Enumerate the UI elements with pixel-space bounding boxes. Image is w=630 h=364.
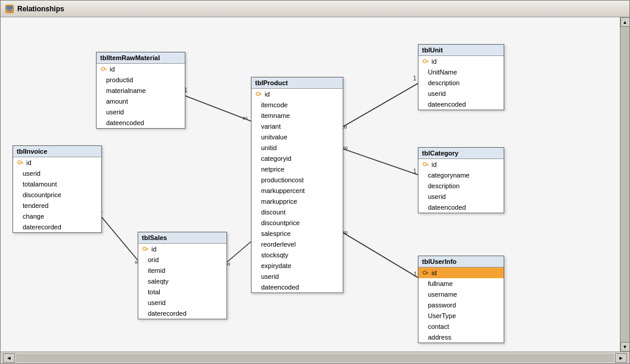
field-amount: amount [97, 96, 185, 107]
field-discountprice: discountprice [252, 217, 343, 228]
field-orid: orid [138, 254, 226, 265]
svg-line-14 [99, 214, 139, 262]
table-header-tblUnit: tblUnit [418, 45, 504, 56]
svg-rect-35 [20, 162, 23, 163]
svg-line-2 [182, 95, 252, 122]
field-unitid: unitid [252, 142, 343, 153]
svg-rect-30 [427, 164, 428, 165]
field-expirydate: expirydate [252, 260, 343, 271]
table-tblUnit: tblUnit id UnitName description userid d… [418, 44, 504, 110]
table-tblCategory: tblCategory id categoryname description … [418, 147, 504, 213]
svg-rect-27 [427, 61, 428, 62]
scroll-track-right [620, 27, 630, 342]
svg-rect-38 [145, 248, 148, 249]
field-discount: discount [252, 207, 343, 217]
field-markupprice: markupprice [252, 196, 343, 207]
field-change: change [13, 211, 101, 222]
key-icon-user [422, 270, 429, 276]
field-netprice: netprice [252, 164, 343, 175]
field-password: password [418, 300, 504, 310]
field-daterecorded: daterecorded [13, 222, 101, 232]
svg-rect-1 [7, 10, 12, 11]
table-tblSales: tblSales id orid itemid saleqty total us… [138, 232, 227, 319]
svg-rect-21 [105, 69, 106, 70]
key-icon [100, 66, 107, 72]
svg-text:1: 1 [414, 271, 417, 278]
field-username: username [418, 289, 504, 300]
field-product-id: id [252, 89, 343, 99]
scroll-right-btn[interactable]: ► [615, 353, 627, 363]
field-fullname: fullname [418, 278, 504, 289]
field-cat-description: description [418, 181, 504, 191]
window-title: Relationships [17, 5, 64, 13]
scroll-up-btn[interactable]: ▲ [620, 17, 630, 27]
field-user-id: id [418, 267, 504, 278]
field-categoryname: categoryname [418, 170, 504, 181]
field-itemname: itemname [252, 110, 343, 121]
field-stocksqty: stocksqty [252, 250, 343, 260]
field-materialname: materialname [97, 85, 185, 96]
field-unitvalue: unitvalue [252, 132, 343, 142]
svg-rect-23 [259, 94, 262, 94]
svg-rect-0 [7, 6, 13, 10]
svg-line-5 [342, 83, 419, 127]
field-unit-dateencoded: dateencoded [418, 99, 504, 110]
svg-line-17 [224, 241, 252, 265]
field-markuppercent: markuppercent [252, 185, 343, 196]
field-unit-userid: userid [418, 88, 504, 99]
field-productioncost: productioncost [252, 175, 343, 185]
title-bar: Relationships [1, 1, 629, 17]
table-tblInvoice: tblInvoice id userid totalamount discoun… [13, 145, 102, 233]
svg-rect-29 [426, 164, 429, 164]
field-saleqty: saleqty [138, 276, 226, 287]
key-icon-product [255, 91, 262, 97]
svg-rect-39 [147, 249, 148, 250]
field-sales-daterecorded: daterecorded [138, 308, 226, 319]
field-categoryid: categoryid [252, 153, 343, 164]
svg-rect-24 [260, 94, 261, 95]
canvas-area: 1 ∞ 1 ∞ 1 ∞ 1 ∞ 1 ∞ ∞ tblItemRawMate [1, 17, 629, 351]
table-header-tblCategory: tblCategory [418, 148, 504, 159]
field-userid: userid [97, 107, 185, 117]
window-icon [5, 5, 14, 13]
field-itemid: itemid [138, 265, 226, 276]
table-header-tblSales: tblSales [138, 232, 226, 244]
field-sales-id: id [138, 244, 226, 254]
field-unit-id: id [418, 56, 504, 67]
key-icon-sales [142, 246, 149, 252]
field-unit-description: description [418, 77, 504, 88]
table-tblProduct: tblProduct id itemcode itemname variant … [251, 77, 343, 293]
table-header-tblItemRawMaterial: tblItemRawMaterial [97, 52, 185, 64]
svg-rect-33 [427, 273, 428, 273]
field-total: total [138, 287, 226, 297]
field-cat-id: id [418, 159, 504, 170]
table-header-tblInvoice: tblInvoice [13, 146, 101, 157]
field-itemcode: itemcode [252, 99, 343, 110]
field-unitname: UnitName [418, 67, 504, 77]
field-invoice-userid: userid [13, 168, 101, 179]
key-icon-cat [422, 161, 429, 167]
field-cat-dateencoded: dateencoded [418, 202, 504, 213]
scroll-left-btn[interactable]: ◄ [3, 353, 15, 363]
field-salesprice: salesprice [252, 228, 343, 239]
svg-text:1: 1 [413, 75, 417, 82]
field-usertype: UserType [418, 310, 504, 321]
table-tblUserInfo: tblUserInfo id fullname username passwor… [418, 256, 504, 343]
field-address: address [418, 332, 504, 343]
scrollbar-right[interactable]: ▲ ▼ [620, 17, 629, 351]
key-icon-unit [422, 58, 429, 64]
table-tblItemRawMaterial: tblItemRawMaterial id productid material… [96, 52, 185, 129]
field-sales-userid: userid [138, 297, 226, 308]
field-dateencoded: dateencoded [97, 117, 185, 128]
field-inv-discountprice: discountprice [13, 189, 101, 200]
svg-text:∞: ∞ [243, 114, 248, 122]
field-cat-userid: userid [418, 191, 504, 202]
scroll-down-btn[interactable]: ▼ [620, 342, 630, 351]
svg-text:∞: ∞ [343, 228, 348, 237]
field-reorderlevel: reorderlevel [252, 239, 343, 250]
svg-rect-26 [426, 61, 429, 61]
h-scroll-track [16, 354, 614, 362]
table-header-tblUserInfo: tblUserInfo [418, 256, 504, 267]
svg-text:1: 1 [413, 168, 417, 175]
field-totalamount: totalamount [13, 179, 101, 189]
